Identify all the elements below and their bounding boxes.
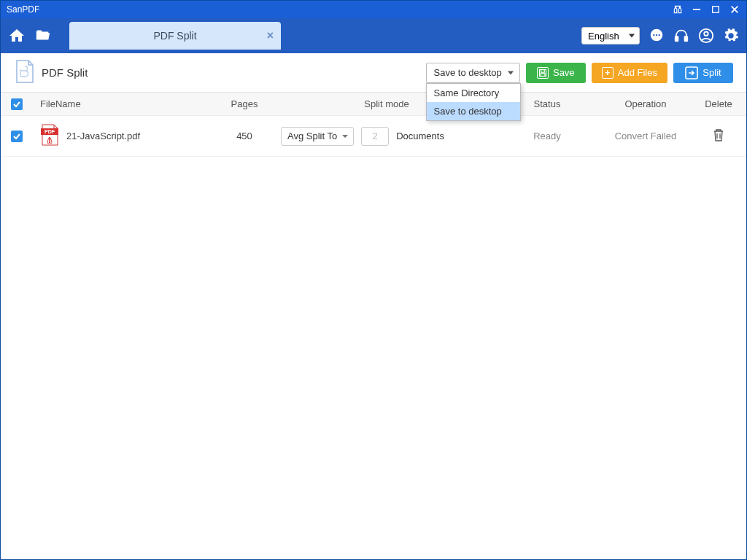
table-header: FileName Pages Split mode Status Operati… (1, 93, 746, 116)
header-delete: Delete (697, 98, 740, 109)
save-location-dropdown[interactable]: Save to desktop (426, 63, 520, 83)
header-bar: PDF Split × English (1, 18, 746, 53)
svg-rect-1 (713, 7, 719, 13)
header-operation: Operation (595, 98, 697, 109)
chat-icon[interactable] (649, 28, 665, 44)
home-icon[interactable] (8, 27, 26, 44)
row-filename: 21-JavaScript.pdf (66, 131, 140, 141)
row-check-col (1, 131, 33, 142)
toolbar-right: Save to desktop Same Directory Save to d… (426, 63, 733, 83)
split-label: Split (703, 67, 721, 78)
header-pages: Pages (215, 98, 274, 109)
save-label: Save (553, 67, 575, 78)
split-button[interactable]: Split (673, 63, 733, 83)
language-select[interactable]: English (581, 27, 640, 44)
row-delete-cell (697, 128, 740, 144)
close-button[interactable] (729, 4, 740, 15)
svg-rect-11 (541, 69, 545, 72)
header-left: PDF Split × (8, 22, 281, 50)
table-row: PDF 21-JavaScript.pdf 450 Avg Split To D… (1, 116, 746, 157)
user-icon[interactable] (698, 28, 714, 44)
minimize-button[interactable] (691, 4, 703, 15)
select-all-checkbox[interactable] (11, 98, 23, 110)
dropdown-item-same-directory[interactable]: Same Directory (427, 84, 520, 102)
svg-rect-6 (676, 36, 678, 41)
window-title: SanPDF (7, 4, 672, 15)
svg-point-5 (658, 34, 659, 36)
svg-point-9 (704, 32, 708, 36)
save-icon (537, 67, 549, 79)
toolbar: PDF Split Save to desktop Same Directory… (1, 53, 746, 93)
dropdown-item-save-to-desktop[interactable]: Save to desktop (427, 102, 520, 120)
language-value: English (588, 31, 619, 42)
split-unit-label: Documents (396, 131, 444, 141)
row-filename-cell: PDF 21-JavaScript.pdf (33, 124, 215, 148)
svg-rect-0 (693, 9, 700, 10)
save-button[interactable]: Save (526, 63, 586, 83)
svg-rect-7 (685, 36, 688, 41)
theme-icon[interactable] (672, 4, 684, 15)
toolbar-left: PDF Split (14, 59, 88, 87)
titlebar: SanPDF (1, 1, 746, 18)
row-pages: 450 (215, 131, 274, 141)
svg-point-3 (653, 34, 654, 36)
save-location-wrapper: Save to desktop Same Directory Save to d… (426, 63, 520, 83)
header-filename: FileName (33, 98, 215, 109)
gear-icon[interactable] (723, 28, 739, 44)
header-check-col (1, 98, 33, 110)
add-files-button[interactable]: + Add Files (592, 63, 667, 83)
plus-icon: + (602, 67, 614, 79)
split-mode-select[interactable]: Avg Split To (281, 127, 354, 146)
tab-close-icon[interactable]: × (267, 29, 274, 42)
pdf-file-icon: PDF (40, 124, 59, 148)
row-checkbox[interactable] (11, 131, 23, 142)
save-location-value: Save to desktop (434, 67, 502, 78)
tab-label: PDF Split (153, 30, 196, 42)
add-files-label: Add Files (618, 67, 657, 78)
row-mode-cell: Avg Split To Documents (274, 127, 500, 146)
split-arrow-icon (685, 66, 698, 79)
window-controls (672, 4, 740, 15)
header-right: English (581, 27, 739, 44)
row-status: Ready (500, 131, 595, 141)
maximize-button[interactable] (710, 4, 721, 15)
row-operation: Convert Failed (595, 131, 697, 141)
headphones-icon[interactable] (673, 28, 689, 44)
page-title: PDF Split (42, 66, 88, 79)
open-folder-icon[interactable] (34, 27, 52, 44)
trash-icon[interactable] (713, 128, 724, 141)
pdf-split-icon (14, 59, 34, 87)
save-location-menu: Same Directory Save to desktop (426, 83, 521, 121)
svg-rect-12 (541, 73, 545, 76)
split-count-input[interactable] (361, 127, 389, 146)
svg-point-4 (656, 34, 657, 36)
split-mode-value: Avg Split To (287, 131, 337, 141)
svg-text:PDF: PDF (44, 129, 55, 134)
tab-pdf-split[interactable]: PDF Split × (69, 22, 281, 50)
